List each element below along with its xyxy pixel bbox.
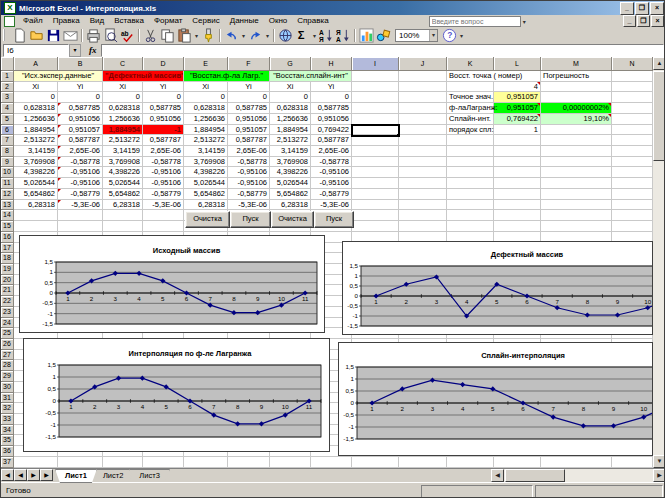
- cell[interactable]: 5,654862: [14, 189, 58, 200]
- column-header-F[interactable]: F: [228, 57, 270, 71]
- print-preview-icon[interactable]: [102, 28, 119, 43]
- cell[interactable]: Сплайн-инт.: [447, 114, 494, 125]
- chart-source-array[interactable]: Исходный массив-1,5-1-0,500,511,51234567…: [19, 235, 325, 333]
- autosum-dropdown-icon[interactable]: ▾: [311, 32, 318, 39]
- hyperlink-icon[interactable]: [277, 28, 294, 43]
- cell[interactable]: 0,628318: [184, 103, 228, 114]
- cell[interactable]: [58, 457, 103, 468]
- row-header-29[interactable]: 29: [1, 371, 14, 382]
- minimize-button[interactable]: _: [620, 2, 634, 15]
- cell[interactable]: Yi: [143, 82, 184, 93]
- chart-wizard-icon[interactable]: [358, 28, 375, 43]
- horizontal-scrollbar[interactable]: ◀ ▶: [491, 469, 665, 482]
- cell[interactable]: 0,951057: [494, 92, 541, 103]
- last-sheet-icon[interactable]: ▶: [40, 469, 53, 481]
- row-header-32[interactable]: 32: [1, 403, 14, 414]
- workbook-minimize-button[interactable]: _: [623, 15, 636, 27]
- open-icon[interactable]: [28, 28, 45, 43]
- cell[interactable]: [14, 457, 58, 468]
- cell[interactable]: 1: [494, 125, 541, 136]
- cell[interactable]: Погрешность: [541, 71, 612, 82]
- menu-данные[interactable]: Данные: [225, 16, 264, 25]
- row-header-26[interactable]: 26: [1, 339, 14, 350]
- first-sheet-icon[interactable]: ◀: [1, 469, 14, 481]
- cell[interactable]: [143, 221, 184, 232]
- row-header-25[interactable]: 25: [1, 328, 14, 339]
- cell[interactable]: "Дефектный массив": [103, 71, 184, 82]
- cell[interactable]: [399, 125, 447, 136]
- undo-dropdown-icon[interactable]: ▾: [240, 32, 247, 39]
- name-box[interactable]: I6: [3, 44, 69, 57]
- cell[interactable]: 6,28318: [103, 200, 143, 211]
- cell[interactable]: [352, 221, 399, 232]
- menu-вставка[interactable]: Вставка: [109, 16, 149, 25]
- cell[interactable]: Yi: [311, 82, 352, 93]
- column-header-A[interactable]: A: [14, 57, 58, 71]
- row-header-4[interactable]: 4: [1, 103, 14, 114]
- cell[interactable]: [541, 178, 612, 189]
- column-header-G[interactable]: G: [270, 57, 311, 71]
- column-header-L[interactable]: L: [494, 57, 541, 71]
- sort-ascending-icon[interactable]: АЯ: [318, 28, 335, 43]
- cell[interactable]: [270, 457, 311, 468]
- row-header-27[interactable]: 27: [1, 350, 14, 361]
- cell[interactable]: [447, 135, 494, 146]
- cell[interactable]: 0: [58, 92, 103, 103]
- cell[interactable]: 2,513272: [14, 135, 58, 146]
- menu-формат[interactable]: Формат: [149, 16, 187, 25]
- cell[interactable]: [352, 92, 399, 103]
- cell[interactable]: 0,951057: [58, 125, 103, 136]
- cell[interactable]: [447, 82, 494, 93]
- cell[interactable]: [494, 221, 541, 232]
- cell[interactable]: [399, 210, 447, 221]
- cell[interactable]: [228, 457, 270, 468]
- cell[interactable]: [352, 189, 399, 200]
- cell[interactable]: 0: [311, 92, 352, 103]
- scroll-up-icon[interactable]: ▲: [653, 57, 665, 70]
- row-header-11[interactable]: 11: [1, 178, 14, 189]
- cell[interactable]: [447, 157, 494, 168]
- cell[interactable]: [612, 200, 653, 211]
- cell[interactable]: 0: [270, 92, 311, 103]
- row-header-13[interactable]: 13: [1, 200, 14, 211]
- cell[interactable]: 6,28318: [14, 200, 58, 211]
- paste-icon[interactable]: [176, 28, 193, 43]
- cell[interactable]: [352, 82, 399, 93]
- selected-cell-outline[interactable]: [351, 124, 400, 138]
- row-header-1[interactable]: 1: [1, 71, 14, 82]
- row-header-37[interactable]: 37: [1, 457, 14, 468]
- tab-лист2[interactable]: Лист2: [93, 469, 133, 483]
- name-box-dropdown-icon[interactable]: ▾: [69, 44, 81, 57]
- cell[interactable]: [494, 135, 541, 146]
- row-header-16[interactable]: 16: [1, 232, 14, 243]
- prev-sheet-icon[interactable]: ◀: [14, 469, 27, 481]
- row-header-36[interactable]: 36: [1, 446, 14, 457]
- cell[interactable]: [14, 210, 58, 221]
- select-all-corner[interactable]: [1, 57, 14, 71]
- cell[interactable]: [399, 135, 447, 146]
- row-header-6[interactable]: 6: [1, 125, 14, 136]
- tab-лист3[interactable]: Лист3: [129, 469, 169, 483]
- cell[interactable]: 3,14159: [184, 146, 228, 157]
- cell[interactable]: 1,256636: [270, 114, 311, 125]
- cell[interactable]: 0,587787: [58, 135, 103, 146]
- cell[interactable]: [447, 189, 494, 200]
- cell[interactable]: [399, 92, 447, 103]
- cell[interactable]: [612, 103, 653, 114]
- workbook-restore-button[interactable]: ❐: [637, 15, 650, 27]
- cell[interactable]: 0,951056: [311, 114, 352, 125]
- autosum-icon[interactable]: Σ: [294, 28, 311, 43]
- cell[interactable]: [612, 125, 653, 136]
- cell[interactable]: Точное знач.: [447, 92, 494, 103]
- cell[interactable]: 1,256636: [184, 114, 228, 125]
- row-header-20[interactable]: 20: [1, 275, 14, 286]
- cell[interactable]: "Восстан.ф-ла Лагр.": [184, 71, 270, 82]
- row-header-34[interactable]: 34: [1, 425, 14, 436]
- cell[interactable]: [447, 221, 494, 232]
- row-header-8[interactable]: 8: [1, 146, 14, 157]
- horizontal-scroll-thumb[interactable]: [505, 469, 565, 482]
- cell[interactable]: 0,587785: [58, 103, 103, 114]
- chart-lagrange-interpolation[interactable]: Интерполяция по ф-ле Лагранжа-1,5-1-0,50…: [23, 338, 330, 452]
- new-icon[interactable]: [11, 28, 28, 43]
- row-header-5[interactable]: 5: [1, 114, 14, 125]
